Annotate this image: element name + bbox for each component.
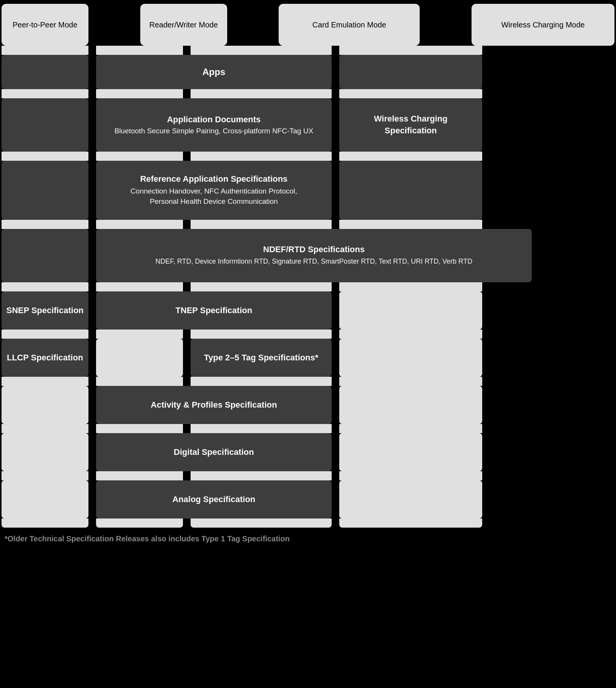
connector-row-3 (0, 152, 616, 161)
analog-block: Analog Specification (96, 480, 332, 518)
peer-mode-card: Peer-to-Peer Mode (2, 4, 88, 46)
ref-app-specs-block: Reference Application Specifications Con… (96, 161, 332, 220)
type25-block: Type 2–5 Tag Specifications* (191, 339, 332, 377)
apps-row: Apps (0, 55, 616, 89)
footer-note: *Older Technical Specification Releases … (0, 531, 616, 547)
connector-row-8 (0, 424, 616, 433)
connector-row-10 (0, 518, 616, 528)
snep-block: SNEP Specification (2, 291, 88, 330)
activity-row: Activity & Profiles Specification (0, 386, 616, 424)
reader-mode-card: Reader/Writer Mode (140, 4, 227, 46)
connector-row-4 (0, 220, 616, 229)
app-documents-block: Application Documents Bluetooth Secure S… (96, 98, 332, 152)
connector-row-1 (0, 46, 616, 55)
tnep-block: TNEP Specification (96, 291, 332, 330)
connector-row-7 (0, 377, 616, 386)
snep-tnep-row: SNEP Specification TNEP Specification (0, 291, 616, 330)
ndef-row: NDEF/RTD Specifications NDEF, RTD, Devic… (0, 229, 616, 282)
wireless-charging-spec-block: Wireless Charging Specification (339, 98, 482, 152)
llcp-block: LLCP Specification (2, 339, 88, 377)
wireless-mode-card: Wireless Charging Mode (472, 4, 614, 46)
connector-row-2 (0, 89, 616, 98)
modes-row: Peer-to-Peer Mode Reader/Writer Mode Car… (0, 0, 616, 46)
ref-app-row: Reference Application Specifications Con… (0, 161, 616, 220)
ndef-rtd-block: NDEF/RTD Specifications NDEF, RTD, Devic… (96, 229, 532, 282)
analog-row: Analog Specification (0, 480, 616, 518)
apps-block: Apps (96, 55, 332, 89)
digital-row: Digital Specification (0, 433, 616, 471)
activity-profiles-block: Activity & Profiles Specification (96, 386, 332, 424)
app-docs-row: Application Documents Bluetooth Secure S… (0, 98, 616, 152)
connector-row-9 (0, 471, 616, 480)
llcp-type-row: LLCP Specification Type 2–5 Tag Specific… (0, 339, 616, 377)
digital-block: Digital Specification (96, 433, 332, 471)
connector-row-6 (0, 330, 616, 339)
wireless-charging-tall-block (339, 55, 482, 89)
connector-row-5 (0, 282, 616, 291)
card-mode-card: Card Emulation Mode (279, 4, 420, 46)
